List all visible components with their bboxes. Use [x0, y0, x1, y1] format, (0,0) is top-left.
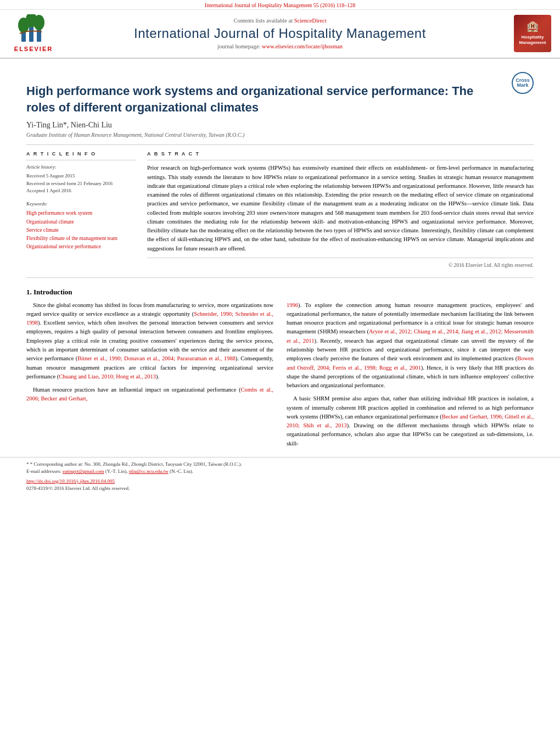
keywords-list: High performance work system Organizatio… [26, 209, 136, 251]
page: International Journal of Hospitality Man… [0, 0, 560, 742]
sciencedirect-prefix: Contents lists available at [233, 18, 294, 24]
homepage-label: journal homepage: [217, 43, 262, 49]
ref-combs[interactable]: Combs et al., 2006; Becker and Gerhart, [26, 387, 273, 401]
accepted-date: Accepted 1 April 2016 [26, 187, 136, 195]
keywords-label: Keywords: [26, 200, 136, 208]
journal-title: International Journal of Hospitality Man… [58, 26, 502, 41]
ref-bitner[interactable]: Bitner et al., 1990; Donavan et al., 200… [77, 355, 235, 361]
keyword-3: Service climate [26, 226, 136, 235]
section-1-title: 1. Introduction [26, 288, 534, 297]
article-info-col: A R T I C L E I N F O Article history: R… [26, 150, 136, 269]
abstract-col: A B S T R A C T Prior research on high-p… [147, 150, 534, 269]
email1-name: (Y.-T. Lin), [105, 468, 128, 474]
homepage-link[interactable]: www.elsevier.com/locate/ijhosman [262, 43, 343, 49]
footer-area: * * Corresponding author at: No. 300, Zh… [0, 457, 560, 493]
abstract-label: A B S T R A C T [147, 150, 534, 160]
history-label: Article history: [26, 164, 136, 171]
keyword-5: Organizational service performance [26, 243, 136, 251]
hospitality-logo: 🏨 Hospitality Management [502, 15, 551, 52]
keyword-1: High performance work system [26, 209, 136, 217]
body-two-col: Since the global economy has shifted its… [26, 301, 534, 453]
email-label: E-mail addresses: [26, 468, 61, 474]
body-para-2: Human resource practices have an influen… [26, 386, 273, 404]
crossmark-badge: CrossMark [512, 72, 534, 94]
email2-name: (N.-C. Liu). [170, 468, 193, 474]
keyword-2: Organizational climate [26, 218, 136, 226]
body-col-left: Since the global economy has shifted its… [26, 301, 273, 453]
article-info-label: A R T I C L E I N F O [26, 150, 136, 160]
issn-line: 0278-4319/© 2016 Elsevier Ltd. All right… [26, 485, 534, 493]
footnote-star-symbol: * [26, 461, 29, 467]
body-para-right-2: A basic SHRM premise also argues that, r… [287, 394, 534, 448]
footnote-email: E-mail addresses: eatingyt@gmail.com (Y.… [26, 468, 534, 476]
received-revised-date: Received in revised form 21 February 201… [26, 180, 136, 188]
journal-citation: International Journal of Hospitality Man… [205, 2, 355, 8]
ref-chuang[interactable]: Chuang and Liao, 2010; Hong et al., 2013 [59, 373, 156, 380]
copyright-line: © 2016 Elsevier Ltd. All rights reserved… [147, 258, 534, 270]
ref-aryee[interactable]: Aryee et al., 2012; Chiang et al., 2014;… [287, 328, 534, 343]
body-para-1: Since the global economy has shifted its… [26, 301, 273, 381]
body-para-right-1: 1996). To explore the connection among h… [287, 301, 534, 390]
journal-citation-bar: International Journal of Hospitality Man… [0, 0, 560, 10]
footnote-corresponding: * * Corresponding author at: No. 300, Zh… [26, 461, 534, 468]
abstract-text: Prior research on high-performance work … [147, 164, 534, 253]
hospitality-badge-line1: Hospitality [522, 35, 544, 40]
body-content: 1. Introduction Since the global economy… [26, 288, 534, 453]
elsevier-wordmark: ELSEVIER [14, 46, 53, 52]
article-info-abstract: A R T I C L E I N F O Article history: R… [26, 150, 534, 269]
divider-1 [26, 144, 534, 145]
journal-header: International Journal of Hospitality Man… [0, 0, 560, 59]
ref-becker-gerhart[interactable]: Becker and Gerhart, 1996; Gittell et al.… [287, 414, 534, 428]
svg-rect-1 [29, 25, 33, 42]
email-link-2[interactable]: nliu@cc.ncu.edu.tw [129, 468, 169, 474]
hospitality-badge-icon: 🏨 [527, 20, 539, 33]
homepage-line: journal homepage: www.elsevier.com/locat… [58, 43, 502, 49]
hospitality-badge-line2: Management [519, 40, 546, 46]
keyword-4: Flexibility climate of the management te… [26, 235, 136, 243]
ref-bowen[interactable]: Bowen and Ostroff, 2004; Ferris et al., … [287, 355, 534, 370]
author-names: Yi-Ting Lin*, Nien-Chi Liu [26, 121, 112, 129]
email-link-1[interactable]: eatingyt@gmail.com [63, 468, 104, 474]
header-center: Contents lists available at ScienceDirec… [58, 18, 502, 49]
body-col-right: 1996). To explore the connection among h… [287, 301, 534, 453]
divider-2 [26, 277, 534, 278]
authors: Yi-Ting Lin*, Nien-Chi Liu [26, 121, 534, 130]
hospitality-badge: 🏨 Hospitality Management [514, 15, 551, 52]
footnote-corresponding-text: * Corresponding author at: No. 300, Zhon… [30, 461, 242, 467]
ref-schneider-1990[interactable]: Schneider, 1990; Schneider et al., 1998 [26, 311, 273, 326]
doi-line: http://dx.doi.org/10.1016/j.ijhm.2016.04… [26, 478, 534, 486]
header-main: ELSEVIER Contents lists available at Sci… [0, 10, 560, 54]
received-date: Received 5 August 2015 [26, 172, 136, 180]
affiliation: Graduate Institute of Human Resource Man… [26, 132, 534, 138]
elsevier-tree-icon [17, 14, 50, 44]
article-content: High performance work systems and organi… [0, 70, 560, 453]
article-title: High performance work systems and organi… [26, 83, 503, 115]
doi-link[interactable]: http://dx.doi.org/10.1016/j.ijhm.2016.04… [26, 478, 115, 484]
elsevier-logo: ELSEVIER [9, 14, 58, 52]
sciencedirect-line: Contents lists available at ScienceDirec… [58, 18, 502, 24]
sciencedirect-link[interactable]: ScienceDirect [294, 18, 327, 24]
svg-point-5 [33, 15, 44, 30]
ref-becker-1996[interactable]: 1996 [287, 302, 298, 308]
